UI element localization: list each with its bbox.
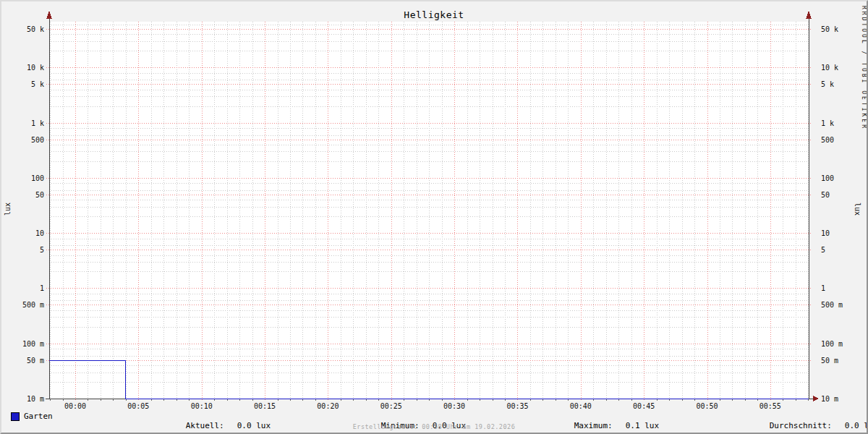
y-axis-label-left: 1 k [31, 119, 44, 127]
x-axis-label: 00:50 [696, 402, 718, 410]
y-axis-title-right: lux [854, 203, 861, 216]
y-axis-label-right: 10 [821, 229, 830, 237]
y-axis-label-left: 50 m [27, 357, 44, 365]
y-axis-label-left: 50 [35, 191, 44, 199]
y-axis-label-left: 10 k [27, 64, 44, 72]
y-axis-label-left: 500 [31, 136, 44, 144]
x-axis-label: 00:10 [191, 402, 213, 410]
y-axis-label-right: 500 [821, 136, 834, 144]
watermark: RRDTOOL / TOBI OETIKER [861, 6, 867, 130]
y-axis-label-right: 50 [821, 191, 830, 199]
y-axis-label-right: 10 k [821, 64, 838, 72]
y-axis-label-right: 1 k [821, 119, 834, 127]
x-axis-label: 00:30 [443, 402, 465, 410]
series-swatch-garten [11, 412, 20, 421]
y-axis-label-left: 500 m [22, 301, 44, 309]
y-axis-label-left: 5 k [31, 80, 44, 88]
x-axis-label: 00:45 [633, 402, 655, 410]
y-axis-label-right: 10 m [821, 395, 838, 403]
rrd-graph: 50 k50 k10 k10 k5 k5 k1 k1 k500500100100… [0, 0, 868, 434]
legend: Garten Aktuell:0.0 lux Minimum:0.0 lux M… [1, 412, 867, 423]
x-axis-arrow [813, 396, 819, 401]
y-axis-label-right: 100 [821, 174, 834, 182]
x-axis-label: 00:00 [64, 402, 86, 410]
y-axis-label-right: 500 m [821, 301, 843, 309]
legend-series: Garten [11, 412, 53, 421]
x-axis-label: 00:05 [127, 402, 149, 410]
y-axis-label-right: 100 m [821, 340, 843, 348]
y-axis-label-left: 100 m [22, 340, 44, 348]
x-axis-label: 00:35 [506, 402, 528, 410]
x-axis-label: 00:55 [760, 402, 781, 410]
creation-timestamp: Erstellungszeit: 00:58 Uhr am 19.02.2026 [1, 423, 867, 430]
y-axis-label-left: 1 [40, 284, 44, 292]
y-axis-label-right: 1 [821, 284, 825, 292]
x-axis-label: 00:40 [570, 402, 592, 410]
y-axis-label-left: 10 m [27, 395, 44, 403]
x-axis-label: 00:20 [317, 402, 339, 410]
y-axis-label-left: 100 [31, 174, 44, 182]
y-axis-label-right: 5 [821, 246, 825, 254]
y-axis-label-right: 50 k [821, 25, 838, 33]
y-axis-label-left: 50 k [27, 25, 44, 33]
y-axis-label-left: 10 [35, 229, 44, 237]
x-axis-label: 00:15 [254, 402, 276, 410]
y-axis-label-right: 5 k [821, 80, 834, 88]
y-axis-title-left: lux [4, 203, 12, 216]
chart-canvas: 50 k50 k10 k10 k5 k5 k1 k1 k500500100100… [1, 1, 867, 411]
y-axis-label-left: 5 [40, 246, 44, 254]
series-label: Garten [24, 412, 53, 421]
x-axis-label: 00:25 [380, 402, 402, 410]
chart-title: Helligkeit [1, 9, 867, 20]
y-axis-label-right: 50 m [821, 357, 838, 365]
